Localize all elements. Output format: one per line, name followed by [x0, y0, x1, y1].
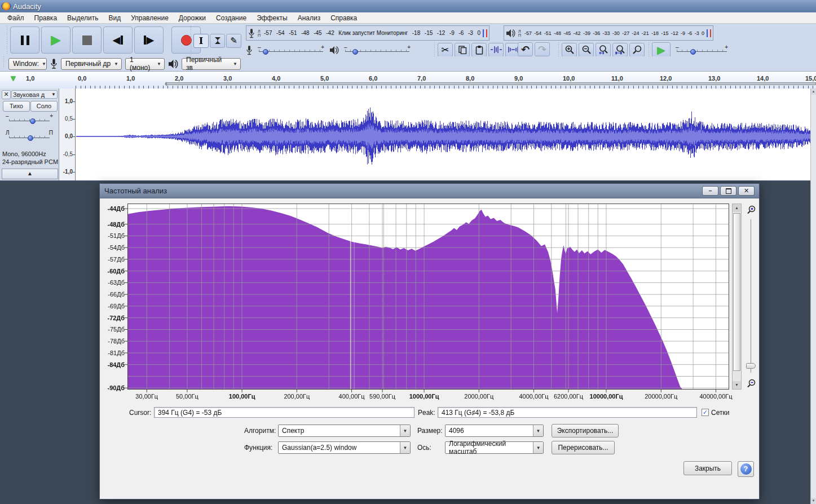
dialog-titlebar[interactable]: Частотный анализ — [100, 184, 759, 198]
skip-to-end-button[interactable]: ▶ — [134, 26, 164, 54]
playback-meter-scale: -57-54-51-48-45-42-39-36-33-30-27-24-21-… — [524, 30, 704, 36]
audio-host-dropdown[interactable]: Window:▼ — [8, 58, 47, 70]
redo-button[interactable]: ↷ — [535, 42, 550, 56]
track-gain-thumb[interactable] — [30, 118, 36, 124]
axis-dropdown[interactable]: Логарифмический масштаб▼ — [445, 441, 544, 454]
track-gain-slider[interactable]: – + — [5, 114, 54, 125]
playback-volume-thumb[interactable] — [352, 49, 358, 55]
fit-selection-button[interactable] — [596, 43, 611, 57]
toolbar-grip[interactable] — [6, 26, 8, 54]
playback-device-dropdown[interactable]: Первичный зв▼ — [182, 58, 241, 70]
menu-item-Управление[interactable]: Управление — [126, 13, 174, 23]
spectrum-plot[interactable] — [127, 204, 729, 390]
solo-button[interactable]: Соло — [30, 101, 58, 112]
replot-button[interactable]: Перерисовать... — [552, 441, 615, 454]
track-vertical-ruler[interactable]: 1,00,50,0-0,5-1,0 — [59, 89, 76, 180]
fit-project-button[interactable] — [612, 43, 628, 57]
scroll-up-icon[interactable]: ▲ — [811, 89, 816, 95]
menu-item-Файл[interactable]: Файл — [2, 13, 29, 23]
size-dropdown[interactable]: 4096▼ — [445, 425, 544, 437]
waveform-canvas[interactable] — [76, 89, 810, 180]
quick-play-bar[interactable] — [165, 82, 816, 85]
timeline-ruler[interactable]: ▼ 1,0 0,01,02,03,04,05,06,07,08,09,010,0… — [0, 72, 816, 89]
trim-outside-button[interactable] — [488, 43, 504, 57]
play-speed-thumb[interactable] — [690, 49, 696, 55]
scroll-down-icon[interactable]: ▼ — [811, 498, 816, 504]
waveform-area[interactable] — [76, 89, 810, 180]
zoom-out-button[interactable] — [579, 43, 594, 57]
menu-item-Вид[interactable]: Вид — [103, 13, 126, 23]
playback-volume-slider[interactable]: –+ — [341, 45, 414, 55]
menu-item-Выделить[interactable]: Выделить — [62, 13, 103, 23]
scroll-up-icon[interactable]: ▲ — [733, 204, 741, 212]
maximize-button[interactable] — [720, 186, 736, 196]
recording-channels-dropdown[interactable]: 1 (моно)▼ — [125, 58, 165, 70]
scrollbar-thumb[interactable] — [733, 213, 740, 371]
paste-icon — [475, 45, 484, 55]
toolbar-grip[interactable] — [557, 42, 560, 57]
window-titlebar[interactable]: Audacity — [0, 0, 816, 13]
toolbar-grip[interactable] — [189, 26, 192, 55]
mute-button[interactable]: Тихо — [3, 101, 30, 112]
menu-item-Правка[interactable]: Правка — [29, 13, 63, 23]
meter-monitor-message[interactable]: Клик запустит Мониторинг — [338, 30, 408, 36]
undo-button[interactable]: ↶ — [518, 42, 533, 56]
toolbar-grip[interactable] — [647, 42, 650, 57]
toolbar-grip[interactable] — [2, 56, 5, 68]
recording-volume-slider[interactable]: –+ — [254, 45, 328, 55]
menu-item-Справка[interactable]: Справка — [325, 13, 362, 23]
skip-to-start-button[interactable]: ◀ — [103, 26, 133, 54]
play-at-speed-button[interactable]: ▶ — [652, 42, 671, 58]
play-pin-icon[interactable]: ▼ — [9, 73, 17, 83]
stop-button[interactable] — [72, 26, 102, 54]
main-vertical-scrollbar[interactable]: ▲ ▼ — [810, 89, 816, 504]
draw-tool-button[interactable]: ✎ — [226, 34, 241, 48]
help-button[interactable]: ? — [738, 461, 754, 477]
export-button[interactable]: Экспортировать... — [552, 424, 619, 437]
y-axis-tick-label: -44Дб — [101, 205, 125, 212]
play-speed-slider[interactable]: –+ — [672, 45, 731, 55]
track-title-menu[interactable]: Звуковая д▼ — [11, 90, 58, 99]
zoom-out-icon[interactable] — [746, 378, 756, 388]
track-close-button[interactable]: ✕ — [2, 90, 11, 99]
zoom-in-button[interactable] — [562, 43, 577, 57]
recording-device-dropdown[interactable]: Первичный др▼ — [61, 58, 122, 70]
help-icon: ? — [740, 463, 752, 475]
copy-button[interactable] — [455, 43, 470, 57]
track-pan-thumb[interactable] — [28, 135, 33, 141]
plot-vertical-scrollbar[interactable]: ▲ ▼ — [732, 204, 742, 390]
algorithm-dropdown[interactable]: Спектр▼ — [278, 425, 411, 437]
track-pan-slider[interactable]: Л П — [5, 131, 54, 142]
ruler-tick-label: 12,0 — [660, 75, 672, 82]
play-icon: ▶ — [51, 34, 61, 46]
recording-volume-thumb[interactable] — [263, 49, 268, 55]
menu-item-Анализ[interactable]: Анализ — [293, 13, 326, 23]
close-button[interactable]: ✕ — [738, 186, 755, 196]
menu-item-Создание[interactable]: Создание — [211, 13, 252, 23]
menu-item-Эффекты[interactable]: Эффекты — [252, 13, 293, 23]
function-dropdown[interactable]: Gaussian(a=2.5) window▼ — [278, 441, 411, 454]
meter-clip-indicator — [707, 29, 708, 37]
zoom-in-icon[interactable] — [746, 205, 756, 215]
recording-meter[interactable]: ЛП -57-54-51-48-45-42Клик запустит Монит… — [246, 25, 489, 41]
pause-button[interactable] — [10, 26, 39, 54]
spectrum-chart[interactable] — [127, 204, 729, 390]
selection-tool-button[interactable]: I — [193, 34, 209, 48]
playback-meter[interactable]: ЛП -57-54-51-48-45-42-39-36-33-30-27-24-… — [504, 25, 713, 41]
menu-item-Дорожки[interactable]: Дорожки — [174, 13, 211, 23]
envelope-tool-button[interactable] — [210, 34, 225, 48]
minimize-button[interactable]: – — [702, 186, 718, 196]
track-collapse-button[interactable]: ▲ — [2, 169, 58, 179]
vruler-tick — [73, 136, 75, 137]
paste-button[interactable] — [471, 43, 487, 57]
toolbar-grip[interactable] — [433, 42, 436, 57]
scroll-down-icon[interactable]: ▼ — [733, 381, 741, 389]
play-button[interactable]: ▶ — [41, 26, 70, 54]
dialog-window-buttons: – ✕ — [700, 186, 755, 196]
dialog-close-button[interactable]: Закрыть — [683, 461, 732, 475]
cut-button[interactable]: ✂ — [438, 43, 453, 57]
trim-icon — [491, 46, 502, 54]
zoom-toggle-button[interactable] — [629, 43, 645, 57]
zoom-slider-thumb[interactable] — [746, 363, 756, 369]
grids-checkbox[interactable]: ✓ — [702, 409, 709, 416]
